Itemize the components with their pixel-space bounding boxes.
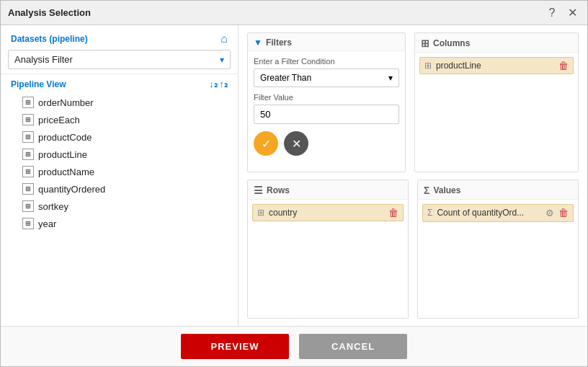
preview-button[interactable]: PREVIEW bbox=[181, 334, 289, 359]
field-name: productCode bbox=[38, 132, 92, 143]
field-name: productName bbox=[38, 167, 94, 177]
cancel-button[interactable]: CANCEL bbox=[299, 334, 407, 359]
close-button[interactable]: ✕ bbox=[564, 5, 580, 21]
filter-cancel-button[interactable]: ✕ bbox=[284, 131, 308, 156]
columns-label: Columns bbox=[433, 38, 470, 48]
value-delete-button[interactable]: 🗑 bbox=[558, 208, 569, 218]
bottom-panels-row: ☰ Rows ⊞ country 🗑 Σ Va bbox=[247, 180, 579, 319]
field-type-icon: ⊞ bbox=[22, 131, 34, 143]
row-tag-country: ⊞ country 🗑 bbox=[252, 204, 404, 221]
columns-content: ⊞ productLine 🗑 bbox=[415, 53, 578, 172]
selected-condition: Greater Than bbox=[260, 73, 311, 83]
row-delete-button[interactable]: 🗑 bbox=[388, 208, 398, 218]
rows-label: Rows bbox=[267, 185, 290, 195]
filters-panel: ▼ Filters Enter a Filter Condition Great… bbox=[247, 32, 406, 172]
values-header: Σ Values bbox=[418, 180, 578, 200]
rows-header: ☰ Rows bbox=[248, 180, 408, 200]
dialog-title: Analysis Selection bbox=[8, 7, 91, 18]
filter-actions: ✓ ✕ bbox=[254, 131, 399, 156]
columns-icon: ⊞ bbox=[421, 37, 429, 49]
selected-dataset: Analysis Filter bbox=[14, 54, 73, 65]
left-panel: Datasets (pipeline) ⌂ Analysis Filter ▾ … bbox=[1, 25, 239, 326]
sort-icons: ↓₂ ↑₂ bbox=[209, 79, 228, 89]
field-type-icon: ⊞ bbox=[22, 166, 34, 177]
rows-content: ⊞ country 🗑 bbox=[248, 200, 408, 319]
home-icon[interactable]: ⌂ bbox=[220, 32, 228, 45]
filter-funnel-icon: ▼ bbox=[254, 37, 262, 48]
field-name: productLine bbox=[38, 149, 87, 160]
list-item[interactable]: ⊞priceEach bbox=[1, 111, 238, 128]
title-buttons: ? ✕ bbox=[544, 5, 580, 21]
field-type-icon: ⊞ bbox=[22, 200, 34, 212]
rows-icon: ☰ bbox=[254, 185, 263, 196]
x-icon: ✕ bbox=[292, 137, 301, 151]
help-button[interactable]: ? bbox=[544, 5, 560, 21]
list-item[interactable]: ⊞year bbox=[1, 215, 238, 232]
analysis-selection-dialog: Analysis Selection ? ✕ Datasets (pipelin… bbox=[0, 0, 588, 367]
rows-panel: ☰ Rows ⊞ country 🗑 bbox=[247, 180, 409, 319]
pipeline-view-label: Pipeline View bbox=[11, 79, 66, 89]
values-panel: Σ Values Σ Count of quantityOrd... ⚙ 🗑 bbox=[417, 180, 579, 319]
field-name: sortkey bbox=[38, 201, 68, 212]
datasets-label: Datasets (pipeline) bbox=[11, 34, 88, 44]
filter-condition-dropdown[interactable]: Greater Than ▾ bbox=[254, 68, 399, 87]
datasets-section-label: Datasets (pipeline) ⌂ bbox=[1, 32, 238, 45]
filter-confirm-button[interactable]: ✓ bbox=[254, 131, 278, 156]
values-sigma-icon: Σ bbox=[424, 185, 429, 196]
value-tag-count: Σ Count of quantityOrd... ⚙ 🗑 bbox=[422, 204, 574, 222]
list-item[interactable]: ⊞sortkey bbox=[1, 198, 238, 215]
value-sigma-icon: Σ bbox=[427, 208, 432, 218]
list-item[interactable]: ⊞productName bbox=[1, 163, 238, 180]
filter-body: Enter a Filter Condition Greater Than ▾ … bbox=[248, 51, 405, 162]
column-tag-label: productLine bbox=[436, 61, 554, 71]
field-type-icon: ⊞ bbox=[22, 114, 34, 125]
list-item[interactable]: ⊞productLine bbox=[1, 146, 238, 163]
filter-value-label: Filter Value bbox=[254, 93, 399, 102]
list-item[interactable]: ⊞orderNumber bbox=[1, 94, 238, 111]
chevron-down-icon: ▾ bbox=[220, 55, 224, 65]
sort-asc-icon[interactable]: ↑₂ bbox=[220, 79, 228, 89]
values-content: Σ Count of quantityOrd... ⚙ 🗑 bbox=[418, 200, 578, 319]
column-delete-button[interactable]: 🗑 bbox=[558, 61, 569, 71]
checkmark-icon: ✓ bbox=[262, 137, 271, 151]
pipeline-view-header: Pipeline View ↓₂ ↑₂ bbox=[1, 74, 238, 92]
columns-header: ⊞ Columns bbox=[415, 33, 578, 53]
field-name: orderNumber bbox=[38, 97, 94, 108]
right-panel: ▼ Filters Enter a Filter Condition Great… bbox=[239, 25, 587, 326]
field-type-icon: ⊞ bbox=[22, 218, 34, 229]
field-type-icon: ⊞ bbox=[22, 97, 34, 108]
value-settings-button[interactable]: ⚙ bbox=[545, 208, 554, 218]
filter-value-input[interactable] bbox=[254, 105, 399, 124]
field-name: year bbox=[38, 218, 56, 229]
sort-desc-icon[interactable]: ↓₂ bbox=[209, 79, 218, 89]
field-type-icon: ⊞ bbox=[22, 183, 34, 195]
field-name: quantityOrdered bbox=[38, 184, 105, 195]
filters-label: Filters bbox=[266, 37, 292, 48]
columns-panel: ⊞ Columns ⊞ productLine 🗑 bbox=[414, 32, 579, 172]
list-item[interactable]: ⊞productCode bbox=[1, 128, 238, 146]
column-tag-productline: ⊞ productLine 🗑 bbox=[419, 57, 574, 74]
dialog-content: Datasets (pipeline) ⌂ Analysis Filter ▾ … bbox=[1, 25, 587, 326]
dialog-titlebar: Analysis Selection ? ✕ bbox=[1, 1, 587, 25]
field-type-icon: ⊞ bbox=[22, 149, 34, 160]
field-name: priceEach bbox=[38, 115, 80, 125]
filters-header: ▼ Filters bbox=[248, 33, 405, 51]
row-tag-label: country bbox=[269, 208, 384, 218]
row-tag-icon: ⊞ bbox=[257, 208, 264, 218]
values-label: Values bbox=[433, 185, 460, 195]
dialog-footer: PREVIEW CANCEL bbox=[1, 326, 587, 366]
tag-icon: ⊞ bbox=[424, 61, 432, 71]
list-item[interactable]: ⊞quantityOrdered bbox=[1, 180, 238, 198]
condition-chevron-icon: ▾ bbox=[388, 73, 393, 83]
top-panels-row: ▼ Filters Enter a Filter Condition Great… bbox=[247, 32, 579, 172]
dataset-dropdown[interactable]: Analysis Filter ▾ bbox=[8, 50, 231, 69]
value-tag-label: Count of quantityOrd... bbox=[437, 208, 541, 218]
field-list: ⊞orderNumber⊞priceEach⊞productCode⊞produ… bbox=[1, 92, 238, 319]
enter-condition-label: Enter a Filter Condition bbox=[254, 57, 399, 66]
